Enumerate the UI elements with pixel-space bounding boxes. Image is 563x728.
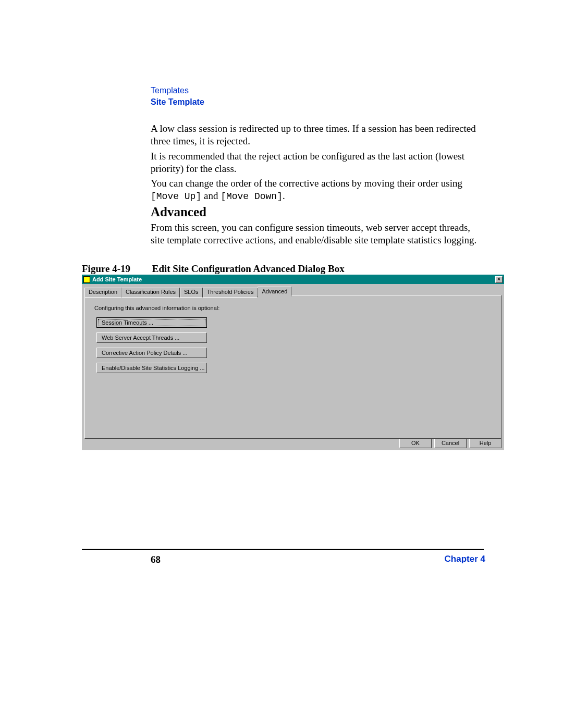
footer-rule — [82, 549, 484, 550]
tab-slos[interactable]: SLOs — [180, 288, 203, 298]
close-button[interactable]: × — [495, 276, 503, 283]
p3-text-a: You can change the order of the correcti… — [151, 178, 462, 189]
header-section: Site Template — [151, 97, 204, 107]
tab-classification-rules[interactable]: Classification Rules — [121, 288, 180, 298]
tab-advanced[interactable]: Advanced — [258, 287, 291, 297]
paragraph-reject-recommendation: It is recommended that the reject action… — [151, 150, 485, 175]
tab-panel-advanced: Configuring this advanced information is… — [84, 295, 501, 439]
page-header: Templates Site Template — [151, 86, 204, 107]
page-footer: 68 Chapter 4 — [151, 554, 485, 565]
p3-text-b: and — [201, 190, 221, 201]
dialog-footer-buttons: OK Cancel Help — [399, 438, 501, 448]
tab-strip: Description Classification Rules SLOs Th… — [84, 287, 291, 297]
session-timeouts-button[interactable]: Session Timeouts ... — [96, 317, 207, 328]
site-statistics-logging-button[interactable]: Enable/Disable Site Statistics Logging .… — [96, 363, 207, 373]
chapter-reference[interactable]: Chapter 4 — [445, 554, 485, 564]
dialog-titlebar[interactable]: Add Site Template × — [82, 275, 504, 284]
ok-button[interactable]: OK — [399, 438, 432, 448]
p3-text-c: . — [283, 190, 285, 201]
system-menu-icon[interactable] — [83, 276, 90, 283]
cancel-button[interactable]: Cancel — [434, 438, 467, 448]
add-site-template-dialog: Add Site Template × Description Classifi… — [82, 275, 504, 450]
page-number: 68 — [151, 554, 161, 565]
page: Templates Site Template A low class sess… — [0, 0, 563, 728]
web-server-accept-threads-button[interactable]: Web Server Accept Threads ... — [96, 332, 207, 343]
close-icon: × — [497, 277, 500, 282]
tab-container: Description Classification Rules SLOs Th… — [83, 286, 503, 440]
heading-advanced: Advanced — [151, 205, 206, 219]
figure-title: Edit Site Configuration Advanced Dialog … — [152, 263, 345, 274]
panel-instruction-text: Configuring this advanced information is… — [94, 305, 219, 311]
paragraph-reorder: You can change the order of the correcti… — [151, 177, 485, 202]
p3-move-down: [Move Down] — [221, 191, 283, 202]
tab-description[interactable]: Description — [84, 288, 121, 298]
corrective-action-policy-button[interactable]: Corrective Action Policy Details ... — [96, 348, 207, 358]
p3-move-up: [Move Up] — [151, 191, 201, 202]
paragraph-advanced-desc: From this screen, you can configure sess… — [151, 221, 485, 246]
dialog-title: Add Site Template — [92, 276, 495, 282]
paragraph-redirect: A low class session is redirected up to … — [151, 122, 485, 147]
figure-number: Figure 4-19 — [82, 263, 150, 275]
help-button[interactable]: Help — [469, 438, 501, 448]
tab-threshold-policies[interactable]: Threshold Policies — [203, 288, 258, 298]
figure-caption: Figure 4-19 Edit Site Configuration Adva… — [82, 263, 345, 275]
header-category: Templates — [151, 86, 204, 95]
